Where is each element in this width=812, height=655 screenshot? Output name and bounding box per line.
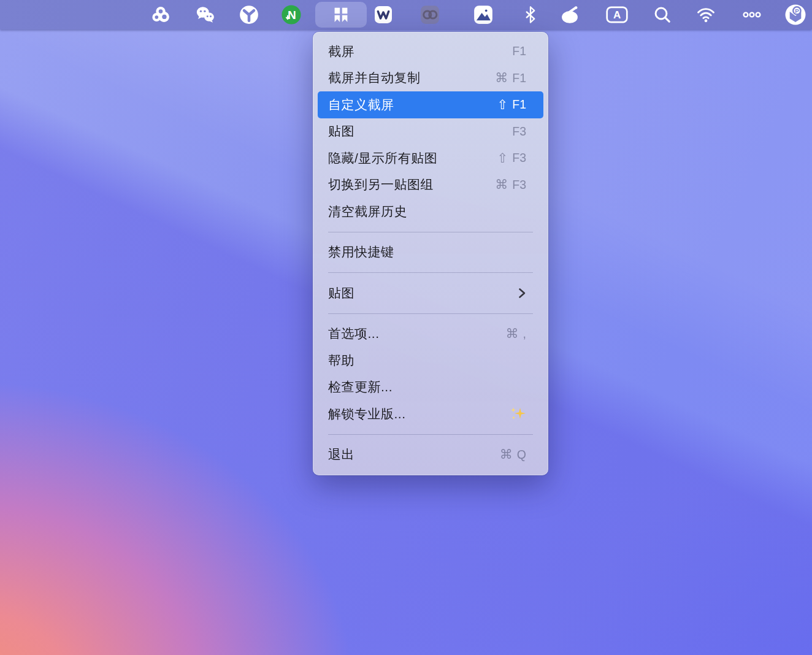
menu-item-pin-submenu[interactable]: 贴图: [318, 280, 543, 307]
shortcut-key: F1: [512, 44, 526, 58]
menu-item-label: 清空截屏历史: [328, 203, 526, 220]
snipaste-dropdown-menu: 截屏F1截屏并自动复制⌘F1自定义截屏⇧F1贴图F3隐藏/显示所有贴图⇧F3切换…: [313, 32, 548, 475]
menu-item-shortcut: ⌘Q: [500, 447, 526, 462]
more-ellipsis-icon[interactable]: [735, 0, 769, 29]
menu-item-paste-pin[interactable]: 贴图F3: [318, 118, 543, 145]
menu-item-screenshot-auto-copy[interactable]: 截屏并自动复制⌘F1: [318, 65, 543, 92]
menu-item-shortcut: ⌘,: [506, 326, 526, 341]
svg-text:N: N: [288, 9, 296, 21]
shortcut-key: F1: [512, 71, 526, 85]
wps-office-icon[interactable]: [366, 0, 400, 29]
adobe-creative-cloud-icon[interactable]: [413, 0, 447, 29]
shortcut-key: F3: [512, 124, 526, 139]
menu-item-shortcut: F1: [512, 44, 526, 58]
menu-divider: [328, 313, 533, 314]
command-key-icon: ⌘: [495, 71, 508, 85]
menu-item-hide-show-all-pins[interactable]: 隐藏/显示所有贴图⇧F3: [318, 145, 543, 172]
menu-item-quit[interactable]: 退出⌘Q: [318, 442, 543, 469]
bluetooth-icon[interactable]: [513, 0, 548, 29]
menu-item-label: 解锁专业版...: [328, 405, 509, 423]
menu-item-custom-screenshot[interactable]: 自定义截屏⇧F1: [318, 91, 543, 118]
menu-item-label: 隐藏/显示所有贴图: [328, 150, 497, 167]
menu-item-label: 检查更新...: [328, 378, 526, 396]
wechat-icon[interactable]: [188, 0, 223, 29]
menu-item-shortcut: ⇧F3: [497, 151, 526, 166]
menu-item-label: 截屏: [328, 43, 512, 60]
menu-item-check-updates[interactable]: 检查更新...: [318, 374, 543, 401]
menu-item-switch-pin-group[interactable]: 切换到另一贴图组⌘F3: [318, 172, 543, 199]
menu-item-shortcut: F3: [512, 124, 526, 139]
menu-item-shortcut: ⌘F3: [495, 177, 526, 192]
spotlight-search-icon[interactable]: [645, 0, 680, 29]
input-method-icon[interactable]: A: [600, 0, 634, 29]
command-key-icon: ⌘: [506, 326, 519, 341]
menu-item-label: 禁用快捷键: [328, 243, 526, 261]
menu-divider: [328, 232, 533, 232]
wifi-icon[interactable]: [689, 0, 723, 29]
menu-item-label: 贴图: [328, 123, 512, 140]
shift-key-icon: ⇧: [497, 98, 508, 112]
menu-item-help[interactable]: 帮助: [318, 347, 543, 374]
menu-item-clear-screenshot-history[interactable]: 清空截屏历史: [318, 198, 543, 225]
svg-text:A: A: [613, 9, 621, 21]
submenu-chevron-icon: [518, 287, 526, 299]
menu-item-screenshot[interactable]: 截屏F1: [318, 38, 543, 65]
baidu-netdisk-icon[interactable]: [144, 0, 178, 29]
ndm-download-icon[interactable]: N: [274, 0, 308, 29]
menu-item-preferences[interactable]: 首选项...⌘,: [318, 321, 543, 348]
shortcut-key: Q: [517, 448, 526, 462]
menu-item-unlock-pro[interactable]: 解锁专业版...: [318, 400, 543, 427]
menu-item-shortcut: ⇧F1: [497, 98, 526, 112]
menu-divider: [328, 434, 533, 435]
menu-item-label: 帮助: [328, 352, 526, 369]
menu-bar: N: [0, 0, 812, 29]
menu-item-disable-hotkeys[interactable]: 禁用快捷键: [318, 239, 543, 266]
menu-divider: [328, 272, 533, 273]
p-badge-icon[interactable]: P: [778, 0, 812, 29]
shortcut-key: F1: [512, 98, 526, 112]
command-key-icon: ⌘: [500, 447, 513, 462]
snipaste-icon[interactable]: [315, 2, 367, 28]
menu-item-label: 截屏并自动复制: [328, 69, 495, 86]
sparkles-icon: [509, 406, 526, 422]
menu-item-label: 首选项...: [328, 325, 506, 342]
shortcut-key: F3: [512, 178, 526, 192]
menu-item-label: 贴图: [328, 285, 518, 302]
photos-icon[interactable]: [466, 0, 500, 29]
shortcut-key: F3: [512, 151, 526, 165]
command-key-icon: ⌘: [495, 177, 508, 192]
menu-item-label: 切换到另一贴图组: [328, 176, 495, 193]
menu-item-shortcut: ⌘F1: [495, 71, 526, 85]
menu-item-label: 自定义截屏: [328, 96, 497, 113]
y-wheel-icon[interactable]: [232, 0, 266, 29]
svg-text:P: P: [795, 7, 799, 14]
shortcut-key: ,: [523, 327, 526, 341]
desktop: N: [0, 0, 812, 655]
lemon-cleaner-icon[interactable]: [553, 0, 587, 29]
menu-item-label: 退出: [328, 446, 500, 463]
shift-key-icon: ⇧: [497, 151, 508, 166]
